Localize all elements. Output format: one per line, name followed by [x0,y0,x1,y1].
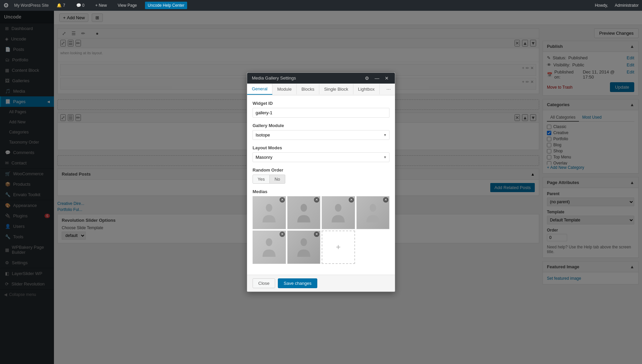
widget-id-input[interactable] [253,108,389,118]
view-page-bar[interactable]: View Page [115,3,140,8]
svg-point-2 [335,204,342,212]
modal-title-actions: ⚙ — ✕ [363,75,390,81]
media-thumb-2[interactable]: ✕ [287,196,321,230]
media-thumb-6-remove[interactable]: ✕ [314,232,319,237]
uncode-help-bar[interactable]: Uncode Help Center [145,2,187,9]
media-thumb-1-remove[interactable]: ✕ [280,197,285,203]
media-thumb-3[interactable]: ✕ [322,196,355,230]
gallery-module-select-wrap: Isotope [253,130,389,140]
modal-minimize-btn[interactable]: — [373,75,381,81]
random-order-label: Random Order [253,168,389,173]
tab-single-block[interactable]: Single Block [319,84,353,94]
medias-group: Medias ✕ [253,189,389,264]
modal-save-btn[interactable]: Save changes [278,278,317,288]
layout-modes-label: Layout Modes [253,145,389,150]
admin-bar: ⚙ My WordPress Site 🔔 7 💬 0 + New View P… [0,0,642,11]
tab-lightbox[interactable]: Lightbox [353,84,380,94]
tab-module[interactable]: Module [272,84,297,94]
media-add-button[interactable]: + [322,231,355,264]
site-name[interactable]: My WordPress Site [14,3,49,8]
add-new-bar[interactable]: + New [93,3,110,8]
media-thumb-6[interactable]: ✕ [287,231,321,264]
media-thumb-2-remove[interactable]: ✕ [314,197,319,203]
media-gallery-settings-modal: Media Gallery Settings ⚙ — ✕ General Mod… [247,72,395,292]
media-thumb-5-remove[interactable]: ✕ [280,232,285,237]
svg-point-3 [370,204,376,212]
updates-count[interactable]: 💬 0 [74,3,87,8]
media-thumb-3-remove[interactable]: ✕ [349,197,354,203]
widget-id-label: Widget ID [253,101,389,106]
user-name: Administrator [615,3,639,8]
modal-titlebar: Media Gallery Settings ⚙ — ✕ [247,73,395,84]
media-thumb-5[interactable]: ✕ [253,231,286,264]
random-order-no[interactable]: No [270,175,285,184]
modal-tabs: General Module Blocks Single Block Light… [247,84,395,95]
modal-footer: Close Save changes [247,275,395,292]
media-grid: ✕ ✕ [253,196,389,264]
random-order-buttons: Yes No [253,175,389,184]
comment-count[interactable]: 🔔 7 [54,3,68,8]
random-order-group: Random Order Yes No [253,168,389,184]
gallery-module-select[interactable]: Isotope [253,130,389,140]
tab-more[interactable]: ··· [382,84,395,95]
gallery-module-group: Gallery Module Isotope [253,123,389,140]
modal-body: Widget ID Gallery Module Isotope Layout … [247,95,395,275]
svg-point-1 [300,204,307,212]
random-order-yes[interactable]: Yes [253,175,270,184]
layout-modes-select-wrap: Masonry [253,152,389,162]
modal-settings-btn[interactable]: ⚙ [363,75,371,81]
modal-close-footer-btn[interactable]: Close [253,278,275,288]
modal-title: Media Gallery Settings [252,75,296,81]
gallery-module-label: Gallery Module [253,123,389,128]
layout-modes-group: Layout Modes Masonry [253,145,389,162]
tab-general[interactable]: General [247,84,272,95]
widget-id-group: Widget ID [253,101,389,118]
modal-overlay: Media Gallery Settings ⚙ — ✕ General Mod… [0,0,642,364]
svg-point-4 [266,238,272,246]
wp-logo-icon: ⚙ [3,2,9,9]
modal-close-btn[interactable]: ✕ [383,75,390,81]
svg-point-5 [300,238,307,246]
media-thumb-4-remove[interactable]: ✕ [383,197,388,203]
svg-point-0 [266,204,272,212]
howdy-text: Howdy, [595,3,608,8]
medias-label: Medias [253,189,389,194]
media-thumb-4[interactable]: ✕ [356,196,390,230]
layout-modes-select[interactable]: Masonry [253,152,389,162]
media-thumb-1[interactable]: ✕ [253,196,286,230]
tab-blocks[interactable]: Blocks [297,84,319,94]
